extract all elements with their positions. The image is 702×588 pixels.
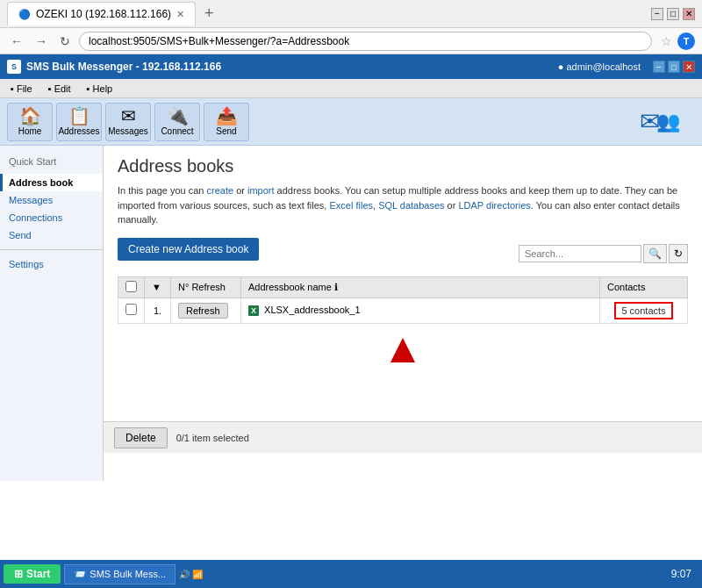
app-icon: S <box>7 60 21 74</box>
excel-icon: X <box>248 305 259 316</box>
start-icon: ⊞ <box>14 568 23 580</box>
app-maximize-button[interactable]: □ <box>668 61 680 73</box>
toolbar: 🏠 Home 📋 Addresses ✉ Messages 🔌 Connect … <box>0 98 702 146</box>
col-contacts-header: Contacts <box>600 276 688 298</box>
connect-icon: 🔌 <box>167 107 189 125</box>
row-refresh-button[interactable]: Refresh <box>178 303 228 319</box>
row-checkbox[interactable] <box>125 304 137 315</box>
table-refresh-button[interactable]: ↻ <box>669 244 688 263</box>
import-link[interactable]: import <box>247 185 275 196</box>
messages-icon: ✉ <box>121 107 136 125</box>
app-title: SMS Bulk Messenger - 192.168.112.166 <box>26 61 553 73</box>
app-minimize-button[interactable]: − <box>653 61 665 73</box>
reload-button[interactable]: ↻ <box>56 32 74 50</box>
search-button[interactable]: 🔍 <box>643 244 667 263</box>
address-books-table: ▼ N° Refresh Addressbook name ℹ Contacts… <box>118 276 688 324</box>
toolbar-messages-button[interactable]: ✉ Messages <box>105 103 151 141</box>
addressbook-name[interactable]: XLSX_addressbook_1 <box>264 305 360 315</box>
sidebar-item-address-book[interactable]: Address book <box>0 174 103 191</box>
selected-count: 0/1 item selected <box>176 433 249 443</box>
main-layout: Quick Start Address book Messages Connec… <box>0 146 702 481</box>
addresses-icon: 📋 <box>68 107 90 125</box>
toolbar-send-label: Send <box>216 126 236 136</box>
row-name-cell: X XLSX_addressbook_1 <box>241 298 600 323</box>
toolbar-connect-button[interactable]: 🔌 Connect <box>154 103 200 141</box>
browser-titlebar: 🔵 OZEKI 10 (192.168.112.166) ✕ + − □ ✕ <box>0 0 702 28</box>
annotation-arrow: ▲ <box>118 324 688 368</box>
taskbar-system-icons: 🔊 📶 <box>179 570 206 579</box>
taskbar: ⊞ Start 📨 SMS Bulk Mess... 🔊 📶 9:07 <box>0 560 702 588</box>
browser-tab[interactable]: 🔵 OZEKI 10 (192.168.112.166) ✕ <box>7 2 196 25</box>
sidebar-messages-label: Messages <box>9 195 53 205</box>
sidebar-settings-label: Settings <box>9 259 44 269</box>
taskbar-app-icon: 📨 <box>74 569 86 580</box>
app-user: ● admin@localhost <box>558 61 641 72</box>
app-logo: ✉ 👥 <box>625 104 695 140</box>
create-address-book-button[interactable]: Create new Address book <box>118 238 259 261</box>
toolbar-send-button[interactable]: 📤 Send <box>204 103 249 141</box>
col-name-header: Addressbook name ℹ <box>241 276 600 298</box>
toolbar-connect-label: Connect <box>161 126 193 136</box>
sidebar-address-book-label: Address book <box>9 177 73 188</box>
row-contacts-cell: 5 contacts <box>600 298 688 323</box>
ldap-link[interactable]: LDAP directories <box>458 200 530 211</box>
toolbar-addresses-label: Addresses <box>58 126 99 136</box>
send-icon: 📤 <box>216 107 238 125</box>
home-icon: 🏠 <box>19 107 41 125</box>
sql-link[interactable]: SQL databases <box>378 200 444 211</box>
sidebar-connections-label: Connections <box>9 212 62 223</box>
menubar: ▪ File ▪ Edit ▪ Help <box>0 79 702 98</box>
tab-title: OZEKI 10 (192.168.112.166) <box>36 8 171 20</box>
row-refresh-cell: Refresh <box>171 298 241 323</box>
address-input[interactable] <box>79 32 652 51</box>
menu-file[interactable]: ▪ File <box>4 82 39 96</box>
contacts-badge[interactable]: 5 contacts <box>614 302 672 319</box>
browser-addressbar: ← → ↻ ☆ T <box>0 28 702 54</box>
create-link[interactable]: create <box>207 185 234 196</box>
col-refresh-header: N° Refresh <box>171 276 241 298</box>
select-all-checkbox[interactable] <box>125 281 137 292</box>
row-checkbox-cell <box>118 298 145 323</box>
tab-close-button[interactable]: ✕ <box>176 9 184 20</box>
menu-help[interactable]: ▪ Help <box>80 82 120 96</box>
bookmark-icon[interactable]: ☆ <box>661 34 672 48</box>
close-button[interactable]: ✕ <box>683 8 695 20</box>
minimize-button[interactable]: − <box>651 8 663 20</box>
app-window-controls: − □ ✕ <box>653 61 695 73</box>
sidebar-item-messages[interactable]: Messages <box>0 191 103 209</box>
new-tab-button[interactable]: + <box>201 4 218 23</box>
col-checkbox <box>118 276 145 298</box>
excel-link[interactable]: Excel files <box>329 200 373 211</box>
page-title: Address books <box>118 156 688 176</box>
app-titlebar: S SMS Bulk Messenger - 192.168.112.166 ●… <box>0 54 702 79</box>
sidebar-item-send[interactable]: Send <box>0 226 103 244</box>
toolbar-addresses-button[interactable]: 📋 Addresses <box>56 103 102 141</box>
table-row: 1. Refresh X XLSX_addressbook_1 5 contac… <box>118 298 688 323</box>
sidebar: Quick Start Address book Messages Connec… <box>0 146 104 481</box>
taskbar-app-label: SMS Bulk Mess... <box>90 569 166 579</box>
window-controls: − □ ✕ <box>651 8 695 20</box>
user-avatar[interactable]: T <box>677 32 695 50</box>
page-description: In this page you can create or import ad… <box>118 183 688 227</box>
sidebar-item-settings[interactable]: Settings <box>0 255 103 273</box>
red-arrow-icon: ▲ <box>382 327 424 369</box>
bottom-bar: Delete 0/1 item selected <box>104 421 702 453</box>
forward-button[interactable]: → <box>32 32 51 50</box>
maximize-button[interactable]: □ <box>667 8 679 20</box>
menu-edit[interactable]: ▪ Edit <box>41 82 78 96</box>
start-button[interactable]: ⊞ Start <box>4 564 61 584</box>
quick-start-label: Quick Start <box>0 153 103 174</box>
col-sort[interactable]: ▼ <box>145 276 171 298</box>
taskbar-time: 9:07 <box>671 568 698 580</box>
back-button[interactable]: ← <box>7 32 26 50</box>
toolbar-messages-label: Messages <box>108 126 148 136</box>
taskbar-app-item[interactable]: 📨 SMS Bulk Mess... <box>64 564 176 584</box>
toolbar-home-label: Home <box>18 126 42 136</box>
app-close-button[interactable]: ✕ <box>683 61 695 73</box>
delete-button[interactable]: Delete <box>114 427 168 448</box>
sidebar-divider <box>0 249 103 250</box>
toolbar-home-button[interactable]: 🏠 Home <box>7 103 53 141</box>
search-input[interactable] <box>519 245 641 262</box>
sidebar-item-connections[interactable]: Connections <box>0 209 103 226</box>
start-label: Start <box>26 568 50 580</box>
